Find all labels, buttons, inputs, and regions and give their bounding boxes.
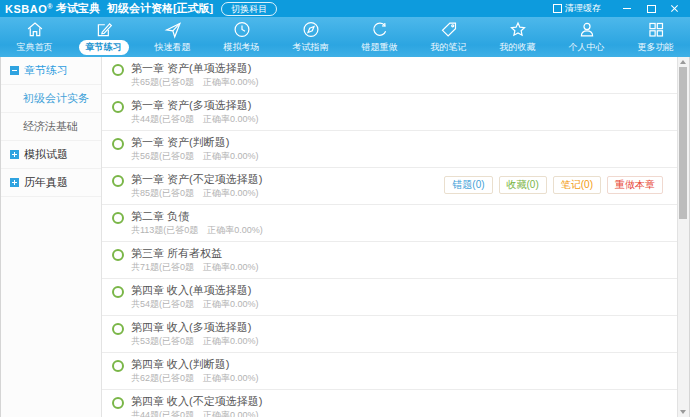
chapter-row[interactable]: 第四章 收入(判断题) 共62题(已答0题 正确率0.00%) (102, 353, 677, 390)
nav-label: 模拟考场 (217, 40, 267, 55)
minimize-button[interactable] (617, 1, 637, 16)
star-icon (508, 20, 528, 39)
user-icon (577, 20, 597, 39)
nav-label: 考试指南 (286, 40, 336, 55)
sidebar-item-label: 章节练习 (24, 63, 68, 78)
nav-item-chapter-practice[interactable]: 章节练习 (69, 17, 138, 57)
switch-subject-button[interactable]: 切换科目 (221, 2, 277, 16)
chapter-row[interactable]: 第一章 资产(单项选择题) 共65题(已答0题 正确率0.00%) (102, 57, 677, 94)
maximize-icon (647, 5, 656, 13)
chapter-list: 第一章 资产(单项选择题) 共65题(已答0题 正确率0.00%) 第一章 资产… (102, 57, 677, 417)
chapter-stats: 共65题(已答0题 正确率0.00%) (131, 76, 259, 89)
chapter-stats: 共54题(已答0题 正确率0.00%) (131, 298, 259, 311)
scroll-down-arrow[interactable] (680, 410, 686, 414)
chapter-title: 第一章 资产(多项选择题) (131, 98, 259, 113)
chapter-row[interactable]: 第四章 收入(单项选择题) 共54题(已答0题 正确率0.00%) (102, 279, 677, 316)
favorites-button[interactable]: 收藏(0) (499, 176, 547, 194)
nav-item-quick-view[interactable]: 快速看题 (138, 17, 207, 57)
status-circle-icon (112, 286, 124, 298)
chapter-title: 第四章 收入(单项选择题) (131, 283, 259, 298)
redo-icon (370, 20, 390, 39)
redo-chapter-button[interactable]: 重做本章 (607, 176, 663, 194)
chapter-title: 第四章 收入(多项选择题) (131, 320, 259, 335)
titlebar-controls: 清理缓存 (553, 1, 685, 16)
chapter-title: 第一章 资产(判断题) (131, 135, 259, 150)
chapter-stats: 共53题(已答0题 正确率0.00%) (131, 335, 259, 348)
app-window: KSBAO® 考试宝典 初级会计资格[正式版] 切换科目 清理缓存 宝典首页 章… (0, 0, 690, 417)
clear-cache-label: 清理缓存 (565, 2, 601, 15)
chapter-row[interactable]: 第一章 资产(多项选择题) 共44题(已答0题 正确率0.00%) (102, 94, 677, 131)
scroll-up-arrow[interactable] (680, 60, 686, 64)
status-circle-icon (112, 212, 124, 224)
nav-item-my-favorites[interactable]: 我的收藏 (483, 17, 552, 57)
nav-item-more-functions[interactable]: 更多功能 (621, 17, 690, 57)
chapter-stats: 共44题(已答0题 正确率0.00%) (131, 409, 262, 417)
chapter-row[interactable]: 第四章 收入(多项选择题) 共53题(已答0题 正确率0.00%) (102, 316, 677, 353)
chapter-stats: 共56题(已答0题 正确率0.00%) (131, 150, 259, 163)
clock-icon (232, 20, 252, 39)
status-circle-icon (112, 397, 124, 409)
nav-item-home[interactable]: 宝典首页 (0, 17, 69, 57)
nav-item-my-notes[interactable]: 我的笔记 (414, 17, 483, 57)
nav-item-mock-exam[interactable]: 模拟考场 (207, 17, 276, 57)
nav-label: 章节练习 (79, 40, 129, 55)
sidebar-item-label: 经济法基础 (23, 119, 78, 134)
clear-cache-button[interactable]: 清理缓存 (553, 2, 601, 15)
minimize-icon (623, 8, 631, 9)
maximize-button[interactable] (641, 1, 661, 16)
notes-button[interactable]: 笔记(0) (553, 176, 601, 194)
titlebar: KSBAO® 考试宝典 初级会计资格[正式版] 切换科目 清理缓存 (0, 0, 690, 17)
chapter-title: 第三章 所有者权益 (131, 246, 259, 261)
sidebar-item-economic-law[interactable]: 经济法基础 (1, 113, 101, 141)
expand-icon[interactable] (10, 178, 19, 187)
compass-icon (301, 20, 321, 39)
nav-label: 宝典首页 (10, 40, 60, 55)
chapter-stats: 共71题(已答0题 正确率0.00%) (131, 261, 259, 274)
home-icon (25, 20, 45, 39)
status-circle-icon (112, 138, 124, 150)
chapter-row[interactable]: 第一章 资产(判断题) 共56题(已答0题 正确率0.00%) (102, 131, 677, 168)
scrollbar[interactable] (677, 57, 689, 417)
grid-icon (646, 20, 666, 39)
wrong-questions-button[interactable]: 错题(0) (444, 176, 492, 194)
sidebar-item-accounting-practice[interactable]: 初级会计实务 (1, 85, 101, 113)
tag-icon (439, 20, 459, 39)
registered-mark: ® (47, 3, 53, 10)
nav-label: 更多功能 (631, 40, 681, 55)
nav-item-exam-guide[interactable]: 考试指南 (276, 17, 345, 57)
chapter-title: 第二章 负债 (131, 209, 263, 224)
chapter-stats: 共62题(已答0题 正确率0.00%) (131, 372, 259, 385)
brand-logo: KSBAO® (5, 3, 53, 15)
nav-label: 快速看题 (148, 40, 198, 55)
row-actions: 错题(0) 收藏(0) 笔记(0) 重做本章 (444, 176, 663, 194)
scroll-thumb[interactable] (679, 67, 687, 219)
chapter-row[interactable]: 第三章 所有者权益 共71题(已答0题 正确率0.00%) (102, 242, 677, 279)
sidebar-item-chapter-practice[interactable]: 章节练习 (1, 57, 101, 85)
product-title: 初级会计资格[正式版] (107, 1, 213, 16)
sidebar: 章节练习 初级会计实务 经济法基础 模拟试题 历年真题 (1, 57, 102, 417)
sidebar-item-mock-exams[interactable]: 模拟试题 (1, 141, 101, 169)
expand-icon[interactable] (10, 150, 19, 159)
chapter-stats: 共44题(已答0题 正确率0.00%) (131, 113, 259, 126)
status-circle-icon (112, 249, 124, 261)
nav-label: 个人中心 (562, 40, 612, 55)
collapse-icon[interactable] (10, 66, 19, 75)
chapter-row[interactable]: 第四章 收入(不定项选择题) 共44题(已答0题 正确率0.00%) (102, 390, 677, 417)
content-area: 章节练习 初级会计实务 经济法基础 模拟试题 历年真题 第一章 资产( (0, 57, 690, 417)
app-title: 考试宝典 (56, 1, 100, 16)
chapter-title: 第四章 收入(不定项选择题) (131, 394, 262, 409)
status-circle-icon (112, 360, 124, 372)
sidebar-item-label: 初级会计实务 (23, 91, 89, 106)
edit-icon (94, 20, 114, 39)
sidebar-item-label: 模拟试题 (24, 147, 68, 162)
sidebar-item-past-papers[interactable]: 历年真题 (1, 169, 101, 197)
chapter-title: 第一章 资产(不定项选择题) (131, 172, 262, 187)
close-button[interactable] (665, 1, 685, 16)
nav-label: 错题重做 (355, 40, 405, 55)
chapter-row[interactable]: 第二章 负债 共113题(已答0题 正确率0.00%) (102, 205, 677, 242)
nav-item-redo-wrong[interactable]: 错题重做 (345, 17, 414, 57)
chapter-stats: 共113题(已答0题 正确率0.00%) (131, 224, 263, 237)
chapter-row-hovered[interactable]: 第一章 资产(不定项选择题) 共85题(已答0题 正确率0.00%) 错题(0)… (102, 168, 677, 205)
nav-item-personal-center[interactable]: 个人中心 (552, 17, 621, 57)
paper-plane-icon (163, 20, 183, 39)
